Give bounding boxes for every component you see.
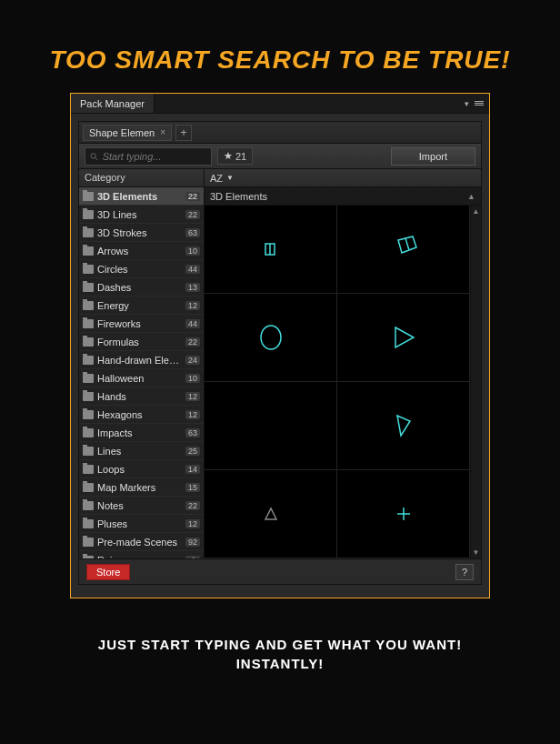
category-label: Halloween <box>97 373 182 384</box>
add-tab-button[interactable]: + <box>175 125 192 141</box>
folder-icon <box>83 392 94 401</box>
category-item[interactable]: Pre-made Scenes92 <box>79 533 204 551</box>
category-label: Fireworks <box>97 318 182 329</box>
category-item[interactable]: Lines25 <box>79 442 204 460</box>
folder-icon <box>83 519 94 528</box>
footer-bar: Store ? <box>79 558 481 584</box>
category-item[interactable]: Pluses12 <box>79 515 204 533</box>
category-item[interactable]: Fireworks44 <box>79 315 204 333</box>
preview-cell-tri3[interactable] <box>205 470 337 558</box>
preview-cell-rect[interactable] <box>205 206 337 294</box>
category-label: Circles <box>97 264 182 275</box>
folder-icon <box>83 410 94 419</box>
category-label: Arrows <box>97 246 182 256</box>
folder-icon <box>83 356 94 365</box>
folder-icon <box>83 228 94 237</box>
search-input[interactable] <box>103 151 207 162</box>
folder-icon <box>83 556 94 559</box>
panel-title-tab[interactable]: Pack Manager <box>71 94 155 113</box>
svg-marker-7 <box>397 416 410 436</box>
folder-icon <box>83 283 94 292</box>
folder-icon <box>83 319 94 328</box>
category-item[interactable]: 3D Strokes63 <box>79 224 204 242</box>
dropdown-icon: ▾ <box>465 99 469 108</box>
category-item[interactable]: Halloween10 <box>79 369 204 387</box>
category-item[interactable]: 3D Elements22 <box>79 187 204 206</box>
category-item[interactable]: Hands12 <box>79 387 204 406</box>
category-label: Formulas <box>97 337 182 347</box>
category-label: Hexagons <box>97 409 182 420</box>
workspace-tabs: Shape Elemen × + <box>79 122 481 144</box>
panel-menu[interactable]: ▾ <box>465 99 489 108</box>
folder-icon <box>83 192 94 201</box>
preview-cell-triangle[interactable] <box>337 294 470 382</box>
category-label: Pre-made Scenes <box>97 537 182 548</box>
help-button[interactable]: ? <box>455 564 474 580</box>
category-item[interactable]: Energy12 <box>79 297 204 315</box>
category-label: Lines <box>97 446 182 457</box>
category-count: 63 <box>185 428 200 437</box>
sort-header[interactable]: AZ▼ <box>205 169 239 186</box>
star-icon: ★ <box>224 150 233 162</box>
category-count: 22 <box>185 337 200 347</box>
folder-icon <box>83 301 94 310</box>
favorites-count: 21 <box>235 151 246 162</box>
category-item[interactable]: Hand-drawn Elements24 <box>79 351 204 369</box>
category-count: 12 <box>185 519 200 528</box>
preview-cell-empty-1[interactable] <box>205 382 337 470</box>
preview-cell-tri2[interactable] <box>337 382 470 470</box>
category-label: Impacts <box>97 427 182 438</box>
category-item[interactable]: Map Markers15 <box>79 478 204 497</box>
folder-icon <box>83 210 94 219</box>
scrollbar[interactable]: ▲ ▼ <box>470 206 481 558</box>
category-label: Loops <box>97 464 182 475</box>
folder-icon <box>83 337 94 347</box>
category-item[interactable]: 3D Lines22 <box>79 206 204 224</box>
category-count: 24 <box>185 356 200 365</box>
favorites-button[interactable]: ★ 21 <box>217 147 253 165</box>
category-label: 3D Strokes <box>97 227 182 238</box>
folder-icon <box>83 501 94 510</box>
scroll-up-icon[interactable]: ▲ <box>473 207 480 216</box>
category-item[interactable]: Arrows10 <box>79 242 204 260</box>
sort-up-icon[interactable]: ▲ <box>467 192 475 201</box>
preview-grid <box>205 206 470 558</box>
close-icon[interactable]: × <box>160 127 165 137</box>
chevron-down-icon: ▼ <box>226 174 234 182</box>
category-item[interactable]: Loops14 <box>79 460 204 478</box>
page-footnote: JUST START TYPING AND GET WHAT YOU WANT!… <box>18 635 542 673</box>
category-count: 12 <box>185 301 200 310</box>
category-item[interactable]: Circles44 <box>79 260 204 278</box>
category-label: Pluses <box>97 518 182 529</box>
category-item[interactable]: Formulas22 <box>79 333 204 351</box>
category-count: 25 <box>185 447 200 456</box>
category-item[interactable]: Hexagons12 <box>79 406 204 424</box>
search-field[interactable] <box>85 147 212 166</box>
store-button[interactable]: Store <box>86 564 130 580</box>
folder-icon <box>83 428 94 437</box>
category-item[interactable]: Rain4 <box>79 551 204 558</box>
category-item[interactable]: Notes22 <box>79 497 204 515</box>
category-count: 44 <box>185 319 200 328</box>
category-count: 44 <box>185 265 200 274</box>
preview-cell-cube[interactable] <box>337 206 470 294</box>
folder-icon <box>83 265 94 274</box>
preview-cell-plus[interactable] <box>337 470 470 558</box>
inner-panel: Shape Elemen × + ★ 21 Import Category <box>78 121 482 585</box>
category-item[interactable]: Dashes13 <box>79 278 204 297</box>
preview-cell-ellipse[interactable] <box>205 294 337 382</box>
toolbar: ★ 21 Import <box>79 144 481 169</box>
column-headers: Category AZ▼ <box>79 169 481 187</box>
import-button[interactable]: Import <box>391 147 475 166</box>
category-label: 3D Elements <box>97 191 182 202</box>
svg-point-5 <box>261 326 281 349</box>
panel-titlebar: Pack Manager ▾ <box>71 94 489 114</box>
workspace-tab[interactable]: Shape Elemen × <box>83 125 172 141</box>
category-count: 12 <box>185 392 200 401</box>
tab-label: Shape Elemen <box>89 127 155 138</box>
scroll-down-icon[interactable]: ▼ <box>473 548 480 557</box>
category-count: 10 <box>185 374 200 383</box>
category-header[interactable]: Category <box>79 169 205 186</box>
category-count: 12 <box>185 410 200 419</box>
category-item[interactable]: Impacts63 <box>79 424 204 442</box>
